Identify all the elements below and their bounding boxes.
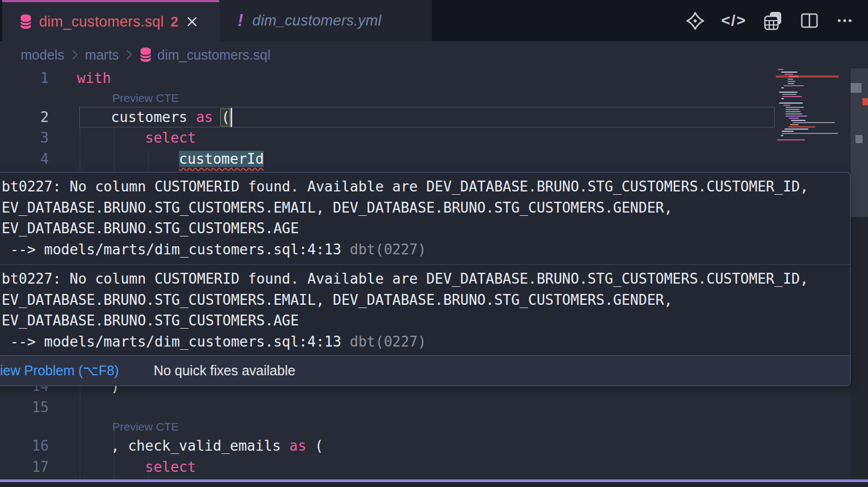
hover-messages: bt0227: No column CUSTOMERID found. Avai… <box>0 172 850 356</box>
line-number: 4 <box>0 149 49 170</box>
tab-title: dim_customers.yml <box>252 12 381 29</box>
view-problem-link[interactable]: iew Problem (⌥F8) <box>0 363 119 379</box>
overview-ruler-mark <box>851 83 861 93</box>
code-text: , check_valid_emails as ( <box>77 435 323 457</box>
code-line[interactable]: 1with <box>0 68 775 89</box>
split-editor-icon[interactable] <box>800 11 819 30</box>
code-text: customers as ( <box>77 107 230 128</box>
code-line[interactable]: 2 customers as ( <box>0 107 775 128</box>
line-number: 2 <box>0 107 49 128</box>
close-icon[interactable] <box>186 16 198 28</box>
code-text: customerId <box>77 149 264 170</box>
text-cursor <box>231 108 233 127</box>
diagnostic-source: dbt(0227) <box>341 241 426 258</box>
line-number: 1 <box>0 68 49 89</box>
code-text: select <box>77 127 196 149</box>
panel-border-accent[interactable] <box>0 479 868 482</box>
diagnostic-source: dbt(0227) <box>341 334 426 350</box>
error-message: bt0227: No column CUSTOMERID found. Avai… <box>0 172 850 264</box>
tab-dim-customers-yml[interactable]: ! dim_customers.yml <box>219 0 432 41</box>
line-number: 3 <box>0 127 49 149</box>
scrollbar-track[interactable] <box>851 68 868 487</box>
no-quick-fixes-label: No quick fixes available <box>154 363 295 379</box>
overview-ruler-mark <box>856 135 863 143</box>
breadcrumb-item-marts[interactable]: marts <box>85 47 119 63</box>
code-text: select <box>77 457 196 478</box>
overview-ruler-mark <box>863 98 868 105</box>
code-line[interactable]: 4 customerId <box>0 149 775 170</box>
error-hover-popup: bt0227: No column CUSTOMERID found. Avai… <box>0 172 851 386</box>
more-actions-icon[interactable] <box>835 11 854 30</box>
hover-status-bar: iew Problem (⌥F8) No quick fixes availab… <box>0 355 850 386</box>
code-line[interactable]: 17 select <box>0 457 775 478</box>
tab-title: dim_customers.sql <box>39 14 164 30</box>
code-icon[interactable]: </> <box>722 12 746 29</box>
query-results-icon[interactable] <box>763 10 783 31</box>
code-lens-preview-cte[interactable]: Preview CTE <box>112 418 179 435</box>
breadcrumb: models marts dim_customers.sql <box>0 41 868 68</box>
chevron-right-icon <box>71 48 79 61</box>
dbt-icon[interactable] <box>685 11 705 31</box>
error-message: bt0227: No column CUSTOMERID found. Avai… <box>0 265 850 356</box>
code-lens-preview-cte[interactable]: Preview CTE <box>112 89 179 107</box>
error-exclamation-icon: ! <box>238 11 243 30</box>
tab-problem-badge: 2 <box>170 14 178 30</box>
bottom-strip <box>0 482 868 487</box>
database-icon <box>139 47 152 62</box>
breadcrumb-item-models[interactable]: models <box>21 47 65 63</box>
code-line[interactable]: 3 select <box>0 127 775 149</box>
chevron-right-icon <box>125 48 133 61</box>
breadcrumb-item-file[interactable]: dim_customers.sql <box>157 47 270 63</box>
line-number: 17 <box>0 457 49 478</box>
line-number: 16 <box>0 435 49 457</box>
editor-toolbar: </> <box>685 0 854 41</box>
minimap-error-line <box>776 75 839 78</box>
error-token-customerid: customerId <box>179 151 264 167</box>
line-number: 15 <box>0 397 49 418</box>
database-icon <box>20 14 32 29</box>
tab-dim-customers-sql[interactable]: dim_customers.sql 2 <box>2 0 219 41</box>
code-text: with <box>77 68 111 89</box>
minimap[interactable] <box>776 68 839 142</box>
code-line[interactable]: 15 <box>0 397 775 418</box>
code-line[interactable]: 16 , check_valid_emails as ( <box>0 435 775 457</box>
